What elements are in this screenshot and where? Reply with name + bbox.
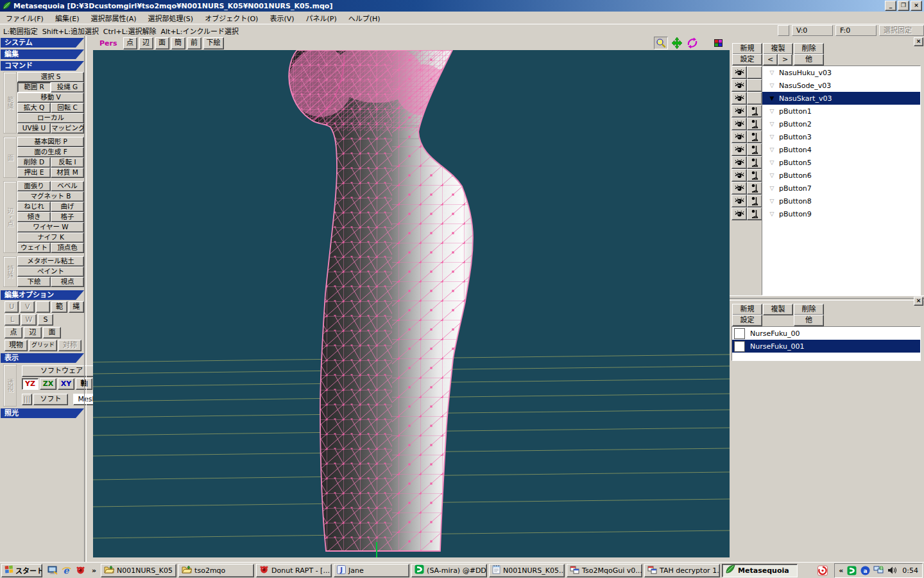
tool-button[interactable]: 曲げ <box>51 202 84 212</box>
visibility-eye-icon[interactable] <box>732 92 747 105</box>
collapsed-triangle-icon[interactable]: ▽ <box>767 121 776 127</box>
lock-icon[interactable] <box>747 118 762 130</box>
collapsed-triangle-icon[interactable]: ▽ <box>767 211 776 217</box>
other-button[interactable]: 他 <box>794 315 824 326</box>
sa-mira-tray-icon[interactable] <box>846 565 857 575</box>
edit-option-button[interactable]: 縄 <box>69 301 84 313</box>
visibility-eye-icon[interactable] <box>732 207 747 220</box>
axis-button-YZ[interactable]: YZ <box>22 378 38 390</box>
collapsed-triangle-icon[interactable]: ▽ <box>767 146 776 153</box>
show-desktop-icon[interactable] <box>47 565 58 576</box>
edit-option-button[interactable]: グリッド <box>29 340 57 351</box>
pan-arrows-icon[interactable] <box>671 37 683 49</box>
menu-selection-attr[interactable]: 選択部属性(A) <box>85 12 142 24</box>
duplicate-button[interactable]: 複製 <box>763 43 793 55</box>
task-button[interactable]: (SA-mira) @#DD... <box>411 564 487 577</box>
tool-button[interactable]: ねじれ <box>17 202 51 212</box>
delete-button[interactable]: 削除 <box>794 43 824 55</box>
new-button[interactable]: 新規 <box>732 43 762 55</box>
at-circle-tray-icon[interactable]: a <box>860 565 870 575</box>
menu-selection-proc[interactable]: 選択部処理(S) <box>142 12 200 24</box>
visibility-eye-icon[interactable] <box>732 169 747 182</box>
axis-button-ZX[interactable]: ZX <box>40 378 56 390</box>
tool-button[interactable]: マグネット B <box>17 191 84 202</box>
edit-option-button[interactable]: 範 <box>51 301 67 313</box>
edit-option-button[interactable]: 辺 <box>24 327 42 338</box>
axis-button-XY[interactable]: XY <box>58 378 74 390</box>
tool-button[interactable]: 格子 <box>51 212 84 222</box>
tool-button[interactable]: マッピング <box>51 123 84 134</box>
object-row[interactable]: ▼NasuSkart_v03 <box>762 92 920 105</box>
lock-placeholder[interactable] <box>747 66 762 79</box>
next-button[interactable]: > <box>778 54 792 66</box>
duplicate-button[interactable]: 複製 <box>763 304 793 315</box>
tool-button[interactable]: ベベル <box>51 181 84 191</box>
lock-placeholder[interactable] <box>747 92 762 105</box>
collapsed-triangle-icon[interactable]: ▽ <box>767 82 776 89</box>
network-tray-icon[interactable] <box>873 565 884 575</box>
task-button[interactable]: N001NURS_K05... <box>489 564 565 577</box>
tool-button[interactable]: 反転 I <box>51 157 84 168</box>
menu-object[interactable]: オブジェクト(O) <box>199 12 264 24</box>
object-row[interactable]: ▽pButton8 <box>762 195 920 207</box>
quick-launch-overflow[interactable]: » <box>92 566 96 575</box>
menu-file[interactable]: ファイル(F) <box>0 12 49 24</box>
tool-button[interactable]: 面の生成 F <box>17 147 84 157</box>
task-button[interactable]: Metasequoia <box>722 564 798 577</box>
collapsed-triangle-icon[interactable]: ▽ <box>767 134 776 140</box>
lock-icon[interactable] <box>747 143 762 156</box>
minimize-button[interactable]: _ <box>885 1 896 11</box>
delete-button[interactable]: 削除 <box>794 304 824 315</box>
object-row[interactable]: ▽NasuSode_v03 <box>762 79 920 92</box>
viewport-mode-button[interactable]: 前 <box>187 37 201 49</box>
collapsed-triangle-icon[interactable]: ▽ <box>767 185 776 191</box>
section-edit-options[interactable]: 編集オプション <box>1 290 84 300</box>
volume-tray-icon[interactable] <box>887 565 897 575</box>
task-button[interactable]: Tso2MqoGui v0.... <box>567 564 642 577</box>
lock-icon[interactable] <box>747 130 762 143</box>
collapsed-triangle-icon[interactable]: ▽ <box>767 172 776 179</box>
tool-button[interactable]: 選択 S <box>17 72 84 82</box>
object-row[interactable]: ▽pButton2 <box>762 118 920 130</box>
viewport-mode-button[interactable]: 簡 <box>171 37 185 49</box>
object-row[interactable]: ▽pButton7 <box>762 182 920 195</box>
task-button[interactable]: JJane <box>334 564 409 577</box>
view-colors-icon[interactable] <box>712 37 724 49</box>
visibility-eye-icon[interactable] <box>732 118 747 130</box>
edit-option-button[interactable]: S <box>38 314 53 326</box>
soft-shading-button[interactable]: ソフト <box>33 394 68 405</box>
tool-button[interactable]: ペイント <box>17 267 84 277</box>
object-row[interactable]: ▽pButton5 <box>762 156 920 169</box>
edit-option-button[interactable] <box>36 301 50 313</box>
tool-button[interactable]: 移動 V <box>17 92 84 103</box>
tool-button[interactable]: 基本図形 P <box>17 137 84 147</box>
viewport-mode-button[interactable]: 面 <box>155 37 169 49</box>
settings-button[interactable]: 設定 <box>732 54 762 66</box>
magnifier-icon[interactable] <box>654 37 668 49</box>
lock-icon[interactable] <box>747 195 762 207</box>
edit-option-button[interactable]: V <box>20 301 34 313</box>
metasequoia-leaf-icon[interactable] <box>2 1 12 10</box>
edit-option-button[interactable]: 現物 <box>4 340 28 351</box>
edit-option-button[interactable]: 対称 <box>58 340 81 351</box>
tool-button[interactable]: 下絵 <box>17 277 51 287</box>
task-button[interactable]: TAH decryptor 1... <box>644 564 720 577</box>
menu-panel[interactable]: パネル(P) <box>300 12 343 24</box>
lock-icon[interactable] <box>747 156 762 169</box>
tool-button[interactable]: 押出 E <box>17 168 51 178</box>
settings-button[interactable]: 設定 <box>732 315 762 326</box>
rotate-arrows-icon[interactable] <box>686 37 699 49</box>
section-display[interactable]: 表示 <box>1 353 84 363</box>
tool-button[interactable]: UV操 U <box>17 123 51 134</box>
expanded-triangle-icon[interactable]: ▼ <box>767 95 776 101</box>
virus-scan-icon[interactable] <box>817 565 828 575</box>
section-system[interactable]: システム <box>1 38 84 48</box>
collapsed-triangle-icon[interactable]: ▽ <box>767 108 776 114</box>
lock-placeholder[interactable] <box>747 79 762 92</box>
lock-icon[interactable] <box>747 169 762 182</box>
visibility-eye-icon[interactable] <box>732 195 747 207</box>
tool-button[interactable]: 視点 <box>51 277 84 287</box>
material-panel-close-icon[interactable]: × <box>914 297 923 306</box>
ie-icon[interactable]: e <box>61 565 72 576</box>
object-row[interactable]: ▽pButton4 <box>762 143 920 156</box>
